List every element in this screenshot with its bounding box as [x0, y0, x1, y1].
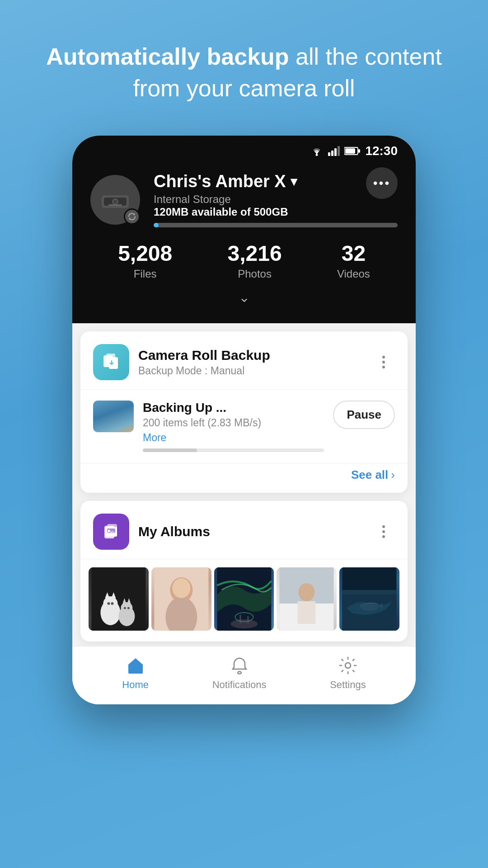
backup-card-header: Camera Roll Backup Backup Mode : Manual	[80, 331, 408, 390]
backup-card-icon	[93, 344, 129, 380]
my-albums-card: My Albums	[80, 501, 408, 642]
device-info: Chris's Amber X ▾ Internal Storage 120MB…	[90, 172, 398, 227]
svg-rect-7	[358, 149, 360, 153]
albums-grid	[80, 559, 408, 642]
signal-icon	[328, 146, 340, 156]
svg-point-38	[230, 619, 258, 628]
albums-menu-dot-3	[382, 535, 385, 538]
see-all-row: See all ›	[80, 463, 408, 493]
svg-rect-6	[345, 148, 355, 154]
svg-point-28	[121, 602, 132, 614]
device-text: Chris's Amber X ▾ Internal Storage 120MB…	[154, 172, 398, 227]
backup-thumbnail	[93, 401, 134, 432]
wifi-icon	[310, 146, 324, 156]
svg-point-25	[107, 602, 110, 605]
svg-rect-3	[334, 148, 337, 156]
white-section: Camera Roll Backup Backup Mode : Manual …	[72, 331, 416, 704]
svg-point-36	[172, 578, 190, 598]
more-dots-icon: •••	[373, 176, 390, 190]
device-avatar	[90, 175, 140, 225]
svg-point-50	[361, 604, 379, 611]
sync-icon	[127, 212, 136, 221]
see-all-chevron-icon: ›	[391, 468, 395, 482]
svg-rect-2	[331, 151, 333, 156]
svg-rect-20	[91, 567, 145, 631]
pause-button[interactable]: Pause	[333, 401, 395, 429]
headline: Automatically backup all the content fro…	[0, 41, 488, 104]
storage-bar-fill	[154, 223, 159, 227]
stat-videos: 32 Videos	[337, 241, 370, 280]
album-thumb-ocean[interactable]	[339, 567, 399, 631]
svg-point-10	[113, 199, 118, 204]
device-dropdown-icon[interactable]: ▾	[291, 174, 297, 189]
albums-card-menu-button[interactable]	[372, 525, 395, 538]
album-thumb-aurora[interactable]	[214, 567, 274, 631]
svg-point-22	[103, 596, 117, 611]
album-thumb-person[interactable]	[151, 567, 211, 631]
albums-card-header: My Albums	[80, 501, 408, 559]
bottom-nav: Home Notifications Settings	[72, 646, 416, 704]
svg-rect-52	[133, 668, 138, 674]
stat-photos: 3,216 Photos	[228, 241, 282, 280]
dark-header: •••	[72, 163, 416, 323]
svg-rect-40	[247, 616, 249, 624]
backup-info: Backing Up ... 200 items left (2.83 MB/s…	[143, 401, 324, 452]
album-thumb-cats[interactable]	[89, 567, 149, 631]
expand-stats-button[interactable]: ⌄	[90, 289, 398, 305]
albums-card-title: My Albums	[138, 524, 363, 539]
svg-point-53	[238, 672, 241, 674]
albums-title-group: My Albums	[138, 524, 363, 539]
nav-home[interactable]: Home	[122, 656, 149, 691]
albums-menu-dot-1	[382, 525, 385, 528]
status-icons: 12:30	[310, 144, 398, 158]
albums-menu-dot-2	[382, 530, 385, 533]
album-thumb-indoor[interactable]	[277, 567, 337, 631]
svg-point-0	[316, 154, 318, 156]
sync-badge	[124, 208, 140, 225]
backup-detail-text: 200 items left (2.83 MB/s)	[143, 417, 324, 429]
backup-progress-bar	[143, 448, 324, 452]
backup-status-title: Backing Up ...	[143, 401, 324, 415]
storage-label: Internal Storage	[154, 193, 398, 206]
stat-files: 5,208 Files	[118, 241, 172, 280]
status-bar: 12:30	[72, 136, 416, 163]
home-nav-label: Home	[122, 679, 149, 691]
backup-title-group: Camera Roll Backup Backup Mode : Manual	[138, 348, 363, 377]
notifications-icon	[230, 656, 249, 675]
svg-rect-4	[338, 146, 340, 156]
settings-icon	[338, 656, 358, 675]
svg-point-54	[345, 663, 351, 668]
backup-more-link[interactable]: More	[143, 432, 324, 444]
phone-frame: 12:30 •••	[72, 136, 416, 704]
storage-bar	[154, 223, 398, 227]
svg-rect-1	[328, 152, 330, 156]
backup-card-menu-button[interactable]	[372, 356, 395, 368]
menu-dot-3	[382, 366, 385, 368]
svg-rect-39	[239, 615, 241, 624]
device-name: Chris's Amber X ▾	[154, 172, 398, 191]
home-icon	[126, 656, 145, 675]
albums-icon-svg	[101, 521, 122, 542]
more-options-button[interactable]: •••	[366, 167, 398, 199]
svg-point-45	[299, 583, 315, 601]
see-all-link[interactable]: See all	[351, 468, 388, 482]
nav-notifications[interactable]: Notifications	[212, 656, 267, 691]
albums-card-icon	[93, 514, 129, 550]
stats-row: 5,208 Files 3,216 Photos 32 Videos	[90, 241, 398, 280]
backup-card-title: Camera Roll Backup	[138, 348, 363, 363]
status-time: 12:30	[365, 144, 398, 158]
camera-roll-backup-card: Camera Roll Backup Backup Mode : Manual …	[80, 331, 408, 493]
menu-dot-1	[382, 356, 385, 359]
svg-point-32	[127, 607, 130, 609]
notifications-nav-label: Notifications	[212, 679, 267, 691]
svg-point-26	[111, 602, 113, 605]
backup-progress-item: Backing Up ... 200 items left (2.83 MB/s…	[80, 390, 408, 463]
backup-card-subtitle: Backup Mode : Manual	[138, 365, 363, 377]
battery-icon	[344, 146, 361, 156]
menu-dot-2	[382, 361, 385, 363]
svg-rect-46	[298, 601, 316, 624]
backup-icon	[101, 352, 122, 373]
nav-settings[interactable]: Settings	[330, 656, 366, 691]
settings-nav-label: Settings	[330, 679, 366, 691]
svg-rect-11	[108, 204, 122, 206]
